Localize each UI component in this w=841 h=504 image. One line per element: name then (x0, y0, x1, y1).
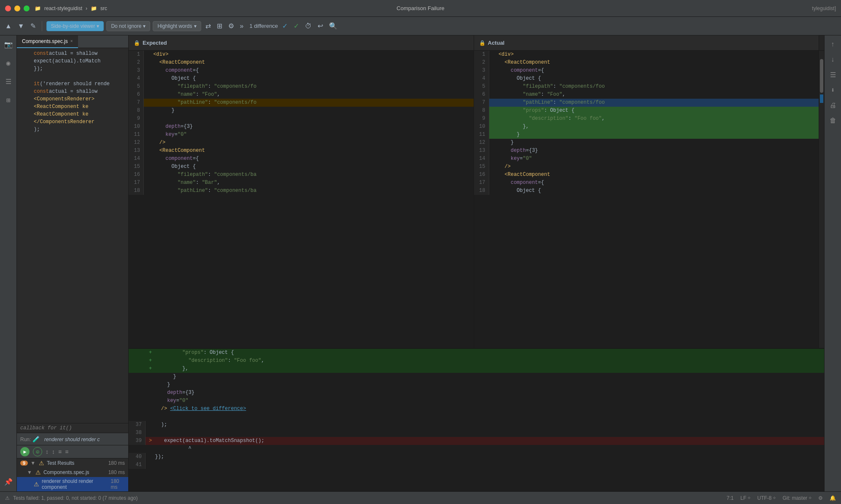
statusbar-bell-icon[interactable]: 🔔 (830, 495, 836, 501)
app-window: 📁 react-styleguidist › 📁 src Comparison … (0, 0, 841, 504)
diff-line-a7: 7 "pathLine": "components/foo (474, 99, 819, 107)
delete-icon[interactable]: 🗑 (827, 115, 839, 127)
run-text: renderer should render c (44, 437, 100, 442)
click-diff-link[interactable]: <Click to see difference> (170, 406, 246, 412)
test-results-time: 180 ms (108, 460, 125, 466)
statusbar-settings-icon[interactable]: ⚙ (818, 495, 823, 501)
statusbar-git[interactable]: Git: master ÷ (782, 495, 811, 501)
run-extra-4[interactable]: ≡ (65, 448, 68, 455)
check-green-icon[interactable]: ✓ (292, 20, 301, 32)
diff-line-a4: 4 Object { (474, 75, 819, 83)
code-line: const actual = shallow (17, 88, 128, 95)
grid-icon[interactable]: ⊞ (3, 94, 14, 106)
tab-bar: Components.spec.js × (17, 35, 128, 48)
middle-row: 📷 ◉ ☰ ⊞ 📌 Components.spec.js × const act… (0, 35, 841, 491)
bottom-line-38: 38 (129, 429, 824, 437)
tab-close-icon[interactable]: × (70, 39, 73, 43)
settings-button[interactable]: ⇄ (204, 20, 213, 32)
run-extra-1[interactable]: ↕ (46, 448, 49, 455)
run-label: Run: (20, 437, 31, 442)
bottom-line-click[interactable]: /> <Click to see difference> (129, 405, 824, 413)
bottom-line-41: 41 (129, 461, 824, 469)
diff-line-a16: 16 <ReactComponent (474, 171, 819, 179)
diff-line-a14: 14 key="0" (474, 155, 819, 163)
diff-panel: 🔒 Expected 🔒 Actual 1 <div> (129, 35, 824, 491)
bottom-line-37: 37 ); (129, 421, 824, 429)
nav-down-button[interactable]: ▼ (16, 21, 26, 32)
ide-left-sidebar: 📷 ◉ ☰ ⊞ 📌 (0, 35, 17, 491)
scroll-up-icon[interactable]: ↑ (827, 39, 839, 51)
window-controls (5, 5, 30, 11)
test-file-label: Components.spec.js (43, 469, 89, 475)
run-extra-2[interactable]: ↕ (52, 448, 55, 455)
diff-scrollbar[interactable] (819, 51, 824, 348)
align-down-icon[interactable]: ⬇ (827, 84, 839, 96)
pin-icon[interactable]: 📌 (3, 476, 14, 488)
diff-line-e14: 14 component={ (129, 155, 474, 163)
diff-line-a2: 2 <ReactComponent (474, 59, 819, 67)
gear-icon[interactable]: ⚙ (226, 20, 236, 32)
run-extra-3[interactable]: ≡ (58, 448, 62, 455)
statusbar-position: 7:1 (727, 495, 734, 501)
code-editor[interactable]: const actual = shallow expect(actual).to… (17, 48, 128, 423)
diff-line-a13: 13 depth={3} (474, 147, 819, 155)
minimize-button[interactable] (14, 5, 20, 11)
diff-line-e13: 13 <ReactComponent (129, 147, 474, 155)
main-toolbar: ▲ ▼ ✎ Side-by-side viewer ▾ Do not ignor… (0, 17, 841, 35)
scrollbar-spacer (819, 35, 824, 50)
diff-line-a11: 11 } (474, 131, 819, 139)
nav-edit-button[interactable]: ✎ (29, 20, 38, 32)
history-icon[interactable]: ⏱ (303, 21, 313, 32)
align-icon[interactable]: ☰ (827, 69, 839, 81)
expected-pane[interactable]: 1 <div> 2 <ReactComponent 3 component={ … (129, 51, 474, 348)
play-button[interactable]: ▶ (20, 447, 30, 456)
test-file-item[interactable]: ▼ ⚠ Components.spec.js 180 ms (17, 468, 128, 477)
actual-pane[interactable]: 1 <div> 2 <ReactComponent 3 component={ … (474, 51, 819, 348)
print-icon[interactable]: 🖨 (827, 100, 839, 111)
test-case-time: 180 ms (111, 478, 125, 490)
test-case-item[interactable]: ⚠ renderer should render component 180 m… (17, 477, 128, 491)
run-icon: 🧪 (32, 436, 40, 442)
scroll-down-icon[interactable]: ↓ (827, 54, 839, 66)
diff-line-a12: 12 } (474, 139, 819, 147)
components-spec-tab[interactable]: Components.spec.js × (17, 35, 78, 48)
check-button[interactable]: ⊙ (33, 447, 42, 456)
diff-line-e12: 12 /> (129, 139, 474, 147)
highlight-mode-button[interactable]: Highlight words ▾ (153, 21, 201, 31)
viewer-mode-button[interactable]: Side-by-side viewer ▾ (46, 21, 104, 31)
src-label: src (100, 5, 107, 11)
diff-scrollbar-thumb[interactable] (820, 59, 823, 93)
highlight-dropdown-icon: ▾ (194, 23, 197, 29)
bottom-line-5: } (129, 381, 824, 389)
test-results-header[interactable]: 9 ▼ ⚠ Test Results 180 ms (17, 458, 128, 468)
run-section: Run: 🧪 renderer should render c (17, 433, 128, 445)
check-blue-icon[interactable]: ✓ (280, 20, 289, 32)
statusbar-right: 7:1 LF ÷ UTF-8 ÷ Git: master ÷ ⚙ 🔔 (727, 495, 836, 501)
grid-view-button[interactable]: ⊞ (215, 20, 224, 32)
diff-line-a15: 15 /> (474, 163, 819, 171)
search-icon[interactable]: 🔍 (327, 20, 339, 32)
diff-highlight-indicator (820, 94, 823, 103)
menu-icon[interactable]: ☰ (3, 76, 14, 88)
camera-icon[interactable]: 📷 (3, 39, 14, 51)
statusbar-encoding[interactable]: UTF-8 ÷ (757, 495, 776, 501)
maximize-button[interactable] (24, 5, 30, 11)
diff-line-e8: 8 } (129, 107, 474, 115)
circle-icon[interactable]: ◉ (3, 57, 14, 69)
close-button[interactable] (5, 5, 11, 11)
titlebar-right: tyleguidist] (812, 5, 836, 11)
lock-icon-actual: 🔒 (479, 40, 485, 46)
nav-up-button[interactable]: ▲ (3, 21, 13, 32)
diff-line-a6: 6 "name": "Foo", (474, 91, 819, 99)
statusbar-lf[interactable]: LF ÷ (741, 495, 751, 501)
titlebar-left: 📁 react-styleguidist › 📁 src (35, 5, 107, 11)
right-sidebar: ↑ ↓ ☰ ⬇ 🖨 🗑 (824, 35, 841, 491)
diff-line-e5: 5 "filepath": "components/fo (129, 83, 474, 91)
bottom-diff[interactable]: + "props": Object { + "description": "Fo… (129, 348, 824, 491)
bottom-line-6: depth={3} (129, 389, 824, 397)
diff-line-a18: 18 Object { (474, 187, 819, 195)
undo-icon[interactable]: ↩ (316, 20, 325, 32)
ignore-mode-button[interactable]: Do not ignore ▾ (106, 21, 150, 31)
more-button[interactable]: » (238, 21, 245, 32)
expand-icon: ▼ (30, 460, 35, 466)
